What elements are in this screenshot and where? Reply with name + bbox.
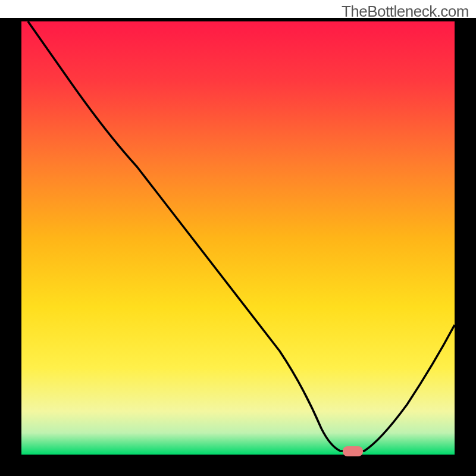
bottleneck-chart [0, 0, 476, 476]
optimal-marker [343, 446, 363, 456]
chart-container: TheBottleneck.com [0, 0, 476, 476]
watermark-text: TheBottleneck.com [342, 2, 469, 21]
plot-area [21, 21, 455, 455]
